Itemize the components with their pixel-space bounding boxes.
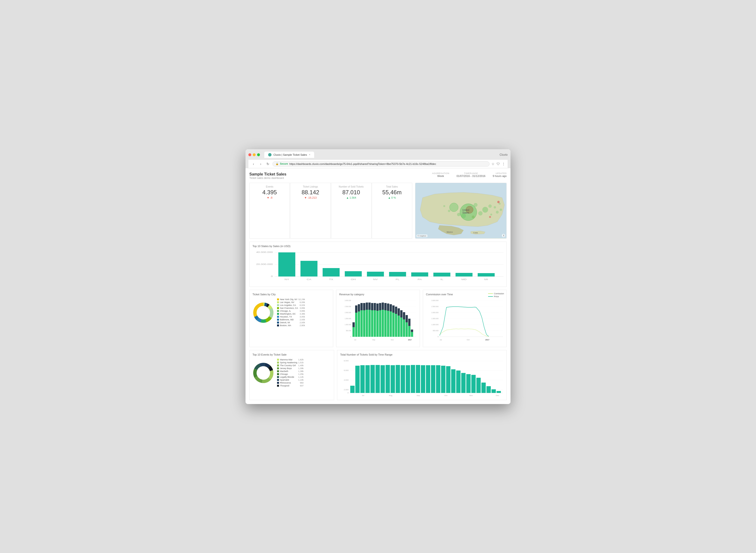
map-info-icon[interactable]: ℹ bbox=[502, 234, 505, 237]
tab-close-button[interactable]: × bbox=[309, 153, 310, 156]
svg-rect-101 bbox=[387, 304, 389, 311]
svg-rect-166 bbox=[376, 365, 380, 393]
svg-rect-163 bbox=[360, 365, 365, 393]
address-bar[interactable]: 🔒 Secure https://dashboards.cluvio.com/d… bbox=[273, 161, 489, 167]
legend-item-thurgood: Thurgood 937 bbox=[277, 385, 303, 387]
kpi-total-delta: 0 % bbox=[375, 196, 408, 199]
timerange-meta: TIMERANGE 01/07/2016 - 31/12/2016 bbox=[457, 172, 485, 177]
close-dot[interactable] bbox=[249, 153, 251, 156]
svg-rect-75 bbox=[353, 322, 355, 327]
maximize-dot[interactable] bbox=[257, 153, 260, 156]
legend-color-hou bbox=[277, 316, 279, 318]
legend-val-la: 6,02k bbox=[300, 304, 305, 306]
svg-rect-94 bbox=[379, 310, 381, 337]
ticket-city-card: Ticket Sales by City bbox=[249, 290, 333, 347]
tab-favicon bbox=[268, 153, 272, 156]
legend-color-lv bbox=[277, 301, 279, 303]
kpi-listings-value: 88.142 bbox=[294, 189, 327, 196]
svg-rect-164 bbox=[366, 365, 370, 393]
forward-button[interactable]: › bbox=[258, 161, 263, 167]
svg-text:MD: MD bbox=[461, 278, 466, 281]
browser-dots bbox=[249, 153, 260, 156]
svg-text:2.000: 2.000 bbox=[344, 388, 349, 391]
map-visualization: United States Cuba Mexico © mapbox ℹ bbox=[415, 183, 506, 238]
svg-rect-30 bbox=[278, 252, 295, 276]
svg-rect-48 bbox=[478, 273, 495, 276]
reload-button[interactable]: ↻ bbox=[265, 161, 271, 167]
svg-text:United: United bbox=[462, 209, 469, 212]
legend-color-bal bbox=[277, 319, 279, 321]
svg-text:Sep: Sep bbox=[372, 338, 375, 341]
tickets-time-card: Total Number of Tickets Sold by Time Ran… bbox=[337, 350, 507, 400]
svg-text:2017: 2017 bbox=[408, 338, 412, 341]
svg-text:2.500.000: 2.500.000 bbox=[345, 305, 351, 307]
legend-name-sf: San Francisco, CA bbox=[280, 307, 299, 309]
svg-text:Oct: Oct bbox=[445, 394, 448, 396]
legend-val-det: 2,93k bbox=[300, 321, 305, 324]
svg-rect-44 bbox=[434, 272, 450, 276]
menu-icon[interactable]: ⋮ bbox=[502, 162, 505, 166]
back-button[interactable]: ‹ bbox=[251, 161, 256, 167]
commission-legend-label: Comission bbox=[494, 293, 504, 295]
legend-item-bos: Boston, MA 2,80k bbox=[277, 324, 305, 327]
svg-rect-81 bbox=[360, 303, 363, 310]
legend-item-nyc: New York City, NY 52,29k bbox=[277, 298, 305, 301]
legend-val-bal: 2,93k bbox=[300, 318, 305, 321]
svg-rect-85 bbox=[366, 303, 368, 310]
svg-rect-86 bbox=[368, 310, 371, 337]
svg-rect-171 bbox=[401, 365, 405, 393]
svg-rect-108 bbox=[397, 316, 400, 337]
svg-text:NV: NV bbox=[373, 278, 378, 281]
svg-text:2.000.000: 2.000.000 bbox=[345, 311, 351, 313]
legend-item-country: The Country Girl 1,40k bbox=[277, 364, 303, 367]
legend-color-sf bbox=[277, 307, 279, 309]
svg-text:Jul: Jul bbox=[362, 394, 364, 396]
svg-rect-89 bbox=[371, 303, 373, 310]
dashboard-meta: AGGREGATION Week TIMERANGE 01/07/2016 - … bbox=[432, 172, 507, 177]
events-card: Top 10 Events by Ticket Sale bbox=[249, 350, 334, 400]
svg-rect-105 bbox=[392, 305, 394, 313]
dashboard-subtitle: Ticket sales demo dashboard bbox=[249, 176, 286, 179]
url-text: https://dashboards.cluvio.com/dashboards… bbox=[289, 162, 436, 165]
legend-color-bos bbox=[277, 324, 279, 326]
legend-name-la: Los Angeles, CA bbox=[280, 304, 299, 306]
kpi-events-delta: -8 bbox=[253, 196, 286, 199]
kpi-listings-label: Ticket Listings bbox=[294, 185, 327, 188]
svg-text:MI: MI bbox=[484, 278, 488, 281]
svg-rect-168 bbox=[385, 365, 390, 393]
svg-text:500.000: 500.000 bbox=[433, 329, 439, 331]
bookmark-icon[interactable]: ☆ bbox=[491, 162, 495, 166]
svg-rect-42 bbox=[411, 272, 428, 276]
svg-point-18 bbox=[497, 201, 500, 203]
svg-rect-104 bbox=[392, 313, 394, 337]
svg-rect-84 bbox=[366, 310, 368, 337]
kpi-listings: Ticket Listings 88.142 -16.213 bbox=[290, 183, 330, 239]
svg-rect-110 bbox=[400, 317, 402, 337]
aggregation-value: Week bbox=[432, 174, 449, 177]
svg-text:4.000: 4.000 bbox=[344, 379, 349, 381]
svg-point-14 bbox=[490, 214, 492, 216]
legend-color-country bbox=[277, 365, 279, 367]
legend-name-det: Detroit, MI bbox=[280, 321, 299, 324]
svg-rect-32 bbox=[300, 261, 317, 276]
shield-icon[interactable]: 🛡 bbox=[496, 162, 500, 166]
legend-color-thurgood bbox=[277, 385, 279, 387]
legend-val-sf: 3,89k bbox=[300, 307, 305, 309]
svg-point-9 bbox=[478, 211, 483, 216]
svg-rect-183 bbox=[461, 373, 466, 393]
minimize-dot[interactable] bbox=[253, 153, 256, 156]
legend-color-macbeth bbox=[277, 370, 279, 372]
svg-text:20.000.000: 20.000.000 bbox=[256, 263, 273, 265]
svg-rect-98 bbox=[384, 310, 386, 337]
svg-point-3 bbox=[482, 207, 488, 213]
legend-val-thurgood: 937 bbox=[300, 385, 303, 387]
legend-item-mamma: Mamma Mia! 1,82k bbox=[277, 359, 303, 361]
browser-tab[interactable]: Cluvio | Sample Ticket Sales × bbox=[264, 152, 314, 158]
legend-val-nyc: 52,29k bbox=[298, 298, 305, 301]
kpi-total-label: Total Sales bbox=[375, 185, 408, 188]
revenue-category-card: Revenue by category 3.000.000 2.500.000 … bbox=[336, 290, 420, 347]
legend-color-rhino bbox=[277, 382, 279, 384]
svg-rect-102 bbox=[390, 311, 392, 337]
svg-point-6 bbox=[488, 205, 492, 208]
legend-commission: Comission bbox=[488, 293, 504, 295]
